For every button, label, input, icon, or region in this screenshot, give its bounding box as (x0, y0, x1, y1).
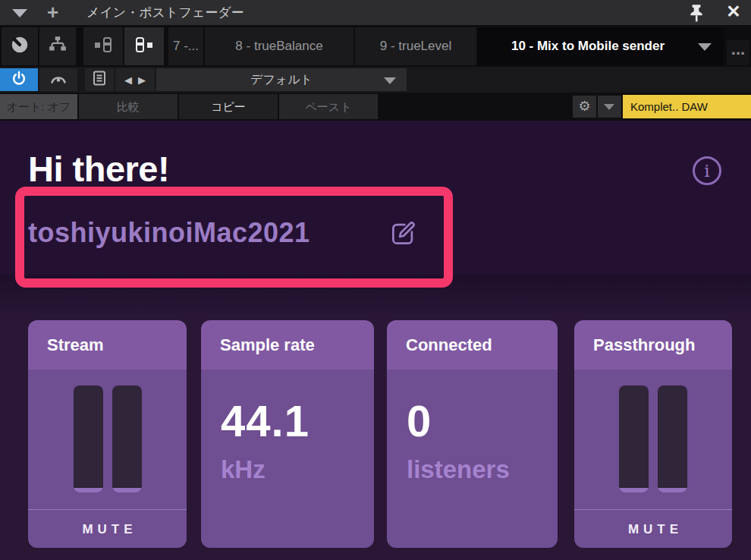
pin-button[interactable] (687, 3, 706, 23)
card-stream: Stream MUTE (28, 320, 187, 548)
tab-overflow-button[interactable]: ... (727, 40, 749, 65)
arc-icon (49, 70, 68, 90)
close-icon: ✕ (726, 2, 740, 21)
info-button[interactable]: i (693, 156, 721, 185)
power-button[interactable] (0, 68, 38, 91)
pin-icon (687, 12, 706, 25)
routing-button[interactable] (39, 27, 76, 65)
pie-button[interactable] (2, 27, 38, 65)
tab-caret-icon[interactable] (698, 43, 712, 51)
meter-bar (112, 385, 142, 492)
next-arrow-icon[interactable]: ▶ (138, 74, 146, 86)
settings-button[interactable]: ⚙ (573, 96, 596, 118)
connected-unit: listeners (407, 455, 558, 484)
preset-nav: ◀ ▶ (115, 68, 155, 91)
channel-strip-left-icon (93, 36, 114, 57)
prev-arrow-icon[interactable]: ◀ (124, 74, 132, 86)
card-title: Passthrough (574, 320, 732, 370)
meter-level (74, 488, 103, 492)
plugin-greeting: Hi there! (28, 151, 169, 187)
dropdown-caret-icon (604, 104, 614, 110)
sample-rate-value: 44.1 (221, 395, 374, 446)
tab-10-mix-to-mobile-sender[interactable]: 10 - Mix to Mobile sender (478, 27, 724, 65)
paste-label: ペースト (305, 100, 351, 113)
card-body: 44.1 kHz (201, 370, 374, 548)
tab-7[interactable]: 7 -... (168, 27, 203, 65)
document-icon (93, 71, 106, 89)
preset-list-button[interactable] (85, 68, 114, 91)
copy-button[interactable]: コピー (179, 94, 278, 119)
tab-label: 7 -... (173, 39, 199, 53)
level-meters (28, 370, 187, 492)
routing-icon (48, 35, 68, 58)
card-sample-rate: Sample rate 44.1 kHz (201, 320, 374, 548)
pie-icon (10, 35, 30, 58)
level-meters (574, 370, 732, 492)
window-caret-icon[interactable] (12, 9, 27, 17)
channel-strip-left-button[interactable] (83, 27, 123, 65)
daw-badge-label: Komplet.. DAW (630, 100, 708, 113)
daw-badge[interactable]: Komplet.. DAW (623, 95, 751, 118)
meter-level (112, 488, 142, 492)
meter-level (658, 488, 687, 492)
card-passthrough: Passthrough MUTE (574, 320, 732, 548)
card-title: Connected (387, 320, 558, 370)
auto-status-button[interactable]: オート: オフ (0, 94, 77, 119)
tab-label: 10 - Mix to Mobile sender (511, 39, 665, 53)
tab-9-truelevel[interactable]: 9 - trueLevel (355, 27, 476, 65)
compare-label: 比較 (117, 100, 140, 113)
add-button[interactable]: + (47, 0, 58, 25)
settings-dropdown-button[interactable] (598, 96, 621, 118)
annotation-box (15, 187, 453, 288)
preset-dropdown[interactable]: デフォルト (156, 68, 407, 91)
plugin-window: + メイン・ポストフェーダー ✕ (0, 0, 751, 560)
card-title: Stream (28, 320, 187, 370)
window-title: メイン・ポストフェーダー (86, 0, 244, 25)
plus-icon: + (47, 1, 58, 24)
tab-label: 9 - trueLevel (380, 39, 452, 53)
gear-icon: ⚙ (578, 99, 590, 114)
auto-label: オート: オフ (7, 100, 71, 113)
preset-name: デフォルト (250, 72, 313, 88)
action-bar: オート: オフ 比較 コピー ペースト ⚙ Komplet.. DAW (0, 93, 751, 121)
close-button[interactable]: ✕ (721, 0, 746, 25)
mute-button[interactable]: MUTE (574, 509, 732, 548)
card-connected: Connected 0 listeners (387, 320, 558, 548)
channel-strip-right-button[interactable] (124, 27, 164, 65)
tab-8-truebalance[interactable]: 8 - trueBalance (205, 27, 354, 65)
meter-bar (658, 385, 687, 492)
paste-button[interactable]: ペースト (279, 94, 378, 119)
ellipsis-icon: ... (731, 39, 745, 58)
preset-bar: ◀ ▶ デフォルト (0, 67, 751, 93)
card-title: Sample rate (201, 320, 374, 370)
tab-label: 8 - trueBalance (235, 39, 322, 53)
automation-arc-button[interactable] (39, 68, 77, 91)
card-body: 0 listeners (387, 370, 558, 548)
plugin-ui: Hi there! i toshiyukinoiMac2021 Stream M… (0, 121, 751, 560)
compare-button[interactable]: 比較 (79, 94, 178, 119)
info-icon: i (704, 161, 709, 181)
card-body: MUTE (28, 370, 187, 548)
copy-label: コピー (211, 100, 246, 113)
connected-count: 0 (407, 395, 558, 446)
meter-level (619, 488, 649, 492)
tab-strip: 7 -... 8 - trueBalance 9 - trueLevel 10 … (0, 25, 751, 67)
window-titlebar: + メイン・ポストフェーダー ✕ (0, 0, 751, 25)
card-body: MUTE (574, 370, 732, 548)
mute-button[interactable]: MUTE (28, 509, 187, 548)
power-icon (11, 71, 27, 89)
channel-strip-right-icon (134, 36, 155, 57)
meter-bar (619, 385, 649, 492)
preset-caret-icon (384, 77, 396, 84)
sample-rate-unit: kHz (221, 455, 374, 484)
meter-bar (74, 385, 103, 492)
